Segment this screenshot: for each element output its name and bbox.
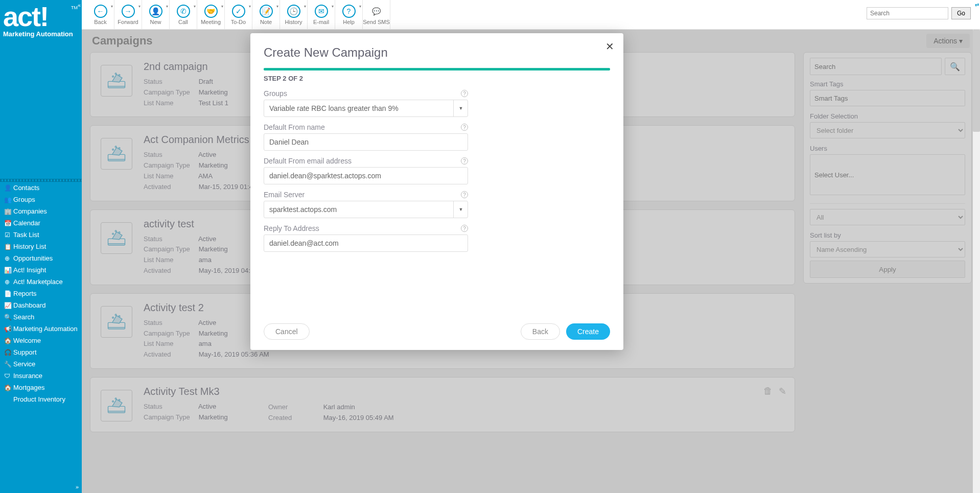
dropdown-icon: ▾: [332, 4, 334, 9]
from-email-input[interactable]: [264, 167, 468, 184]
nav-label: Support: [13, 348, 37, 356]
toolbar-call[interactable]: ✆Call▾: [170, 0, 197, 30]
toolbar-label: Call: [178, 19, 188, 25]
toolbar-label: Send SMS: [363, 19, 390, 25]
nav-item-contacts[interactable]: 👤Contacts: [0, 182, 82, 194]
to-do-icon: ✓: [232, 5, 245, 18]
cancel-button[interactable]: Cancel: [264, 323, 310, 340]
reply-to-input[interactable]: [264, 234, 468, 252]
nav-icon: 📈: [4, 302, 10, 309]
toolbar-e-mail[interactable]: ✉E-mail▾: [308, 0, 335, 30]
note-icon: 📝: [260, 5, 273, 18]
dropdown-icon: ▾: [111, 4, 113, 9]
go-button[interactable]: Go: [951, 7, 971, 19]
toolbar-label: Forward: [118, 19, 138, 25]
nav-item-dashboard[interactable]: 📈Dashboard: [0, 299, 82, 311]
send sms-icon: 💬: [370, 5, 383, 18]
toolbar-label: Back: [94, 19, 106, 25]
back-button[interactable]: Back: [521, 323, 560, 340]
nav-item-groups[interactable]: 👥Groups: [0, 194, 82, 205]
toolbar-label: History: [285, 19, 302, 25]
nav-icon: 👤: [4, 184, 10, 192]
toolbar-to-do[interactable]: ✓To-Do▾: [225, 0, 252, 30]
nav-item-act-marketplace[interactable]: ⊕Act! Marketplace: [0, 276, 82, 288]
from-name-label: Default From name: [264, 123, 325, 131]
nav-item-mortgages[interactable]: 🏠Mortgages: [0, 382, 82, 393]
nav-list: 👤Contacts👥Groups🏢Companies📅Calendar☑Task…: [0, 182, 82, 405]
nav-item-act-insight[interactable]: 📊Act! Insight: [0, 264, 82, 276]
toolbar-toggle-icon[interactable]: ⇄: [975, 2, 979, 8]
nav-label: Companies: [13, 207, 47, 215]
modal-close-button[interactable]: ✕: [605, 40, 614, 53]
toolbar-label: Meeting: [201, 19, 221, 25]
nav-item-reports[interactable]: 📄Reports: [0, 288, 82, 299]
sidebar-expand-icon[interactable]: »: [76, 484, 79, 490]
e-mail-icon: ✉: [315, 5, 328, 18]
nav-item-opportunities[interactable]: ⊕Opportunities: [0, 252, 82, 264]
from-name-input[interactable]: [264, 133, 468, 151]
nav-icon: 🎧: [4, 349, 10, 356]
create-button[interactable]: Create: [566, 323, 610, 340]
nav-item-insurance[interactable]: 🛡Insurance: [0, 370, 82, 382]
logo-subtitle: Marketing Automation: [3, 30, 77, 38]
sidebar: « act! TM Marketing Automation 👤Contacts…: [0, 0, 82, 493]
nav-icon: 🔍: [4, 314, 10, 321]
nav-label: Product Inventory: [13, 395, 65, 403]
toolbar-send-sms[interactable]: 💬Send SMS: [363, 0, 390, 30]
nav-item-product-inventory[interactable]: Product Inventory: [0, 393, 82, 405]
nav-label: Dashboard: [13, 301, 46, 309]
nav-icon: 📄: [4, 290, 10, 297]
nav-icon: ⊕: [4, 255, 10, 262]
help-icon[interactable]: ?: [461, 157, 468, 165]
back-icon: ←: [94, 5, 107, 18]
toolbar-back[interactable]: ←Back▾: [87, 0, 114, 30]
email-server-select[interactable]: [264, 201, 468, 218]
help-icon[interactable]: ?: [461, 191, 468, 198]
scrollbar-thumb[interactable]: [973, 30, 980, 132]
reply-to-label: Reply To Address: [264, 224, 319, 232]
email-server-label: Email Server: [264, 191, 305, 199]
nav-label: Mortgages: [13, 384, 44, 391]
toolbar-history[interactable]: 🕒History▾: [280, 0, 308, 30]
toolbar-label: To-Do: [231, 19, 246, 25]
nav-icon: 🔧: [4, 361, 10, 368]
help-icon[interactable]: ?: [461, 225, 468, 232]
nav-label: Service: [13, 360, 35, 368]
nav-item-history-list[interactable]: 📋History List: [0, 241, 82, 252]
groups-label: Groups: [264, 89, 287, 98]
nav-label: Act! Marketplace: [13, 278, 63, 286]
nav-icon: 📢: [4, 325, 10, 333]
dropdown-icon: ▾: [166, 4, 168, 9]
nav-label: Task List: [13, 231, 39, 239]
toolbar-meeting[interactable]: 🤝Meeting▾: [197, 0, 225, 30]
nav-item-welcome[interactable]: 🏠Welcome: [0, 335, 82, 346]
dropdown-icon: ▾: [249, 4, 251, 9]
help-icon[interactable]: ?: [461, 124, 468, 131]
nav-label: Welcome: [13, 337, 41, 344]
from-email-label: Default From email address: [264, 157, 352, 165]
nav-item-marketing-automation[interactable]: 📢Marketing Automation: [0, 323, 82, 335]
nav-label: Groups: [13, 196, 35, 203]
dropdown-icon: ▾: [359, 4, 361, 9]
logo-text: act!: [3, 4, 77, 29]
global-search-input[interactable]: [867, 7, 948, 19]
nav-item-calendar[interactable]: 📅Calendar: [0, 217, 82, 229]
groups-select[interactable]: [264, 100, 468, 117]
toolbar-help[interactable]: ?Help▾: [335, 0, 363, 30]
nav-item-service[interactable]: 🔧Service: [0, 358, 82, 370]
toolbar-forward[interactable]: →Forward▾: [114, 0, 142, 30]
nav-item-search[interactable]: 🔍Search: [0, 311, 82, 323]
dropdown-icon: ▾: [194, 4, 196, 9]
nav-icon: 🏠: [4, 337, 10, 344]
nav-item-companies[interactable]: 🏢Companies: [0, 205, 82, 217]
toolbar: ←Back▾→Forward▾👤New▾✆Call▾🤝Meeting▾✓To-D…: [82, 0, 980, 30]
scrollbar[interactable]: [973, 30, 980, 493]
meeting-icon: 🤝: [204, 5, 218, 18]
nav-item-task-list[interactable]: ☑Task List: [0, 229, 82, 241]
nav-label: Opportunities: [13, 254, 53, 262]
toolbar-note[interactable]: 📝Note▾: [252, 0, 280, 30]
nav-item-support[interactable]: 🎧Support: [0, 346, 82, 358]
toolbar-new[interactable]: 👤New▾: [142, 0, 170, 30]
help-icon[interactable]: ?: [461, 90, 468, 97]
nav-label: Search: [13, 313, 34, 321]
